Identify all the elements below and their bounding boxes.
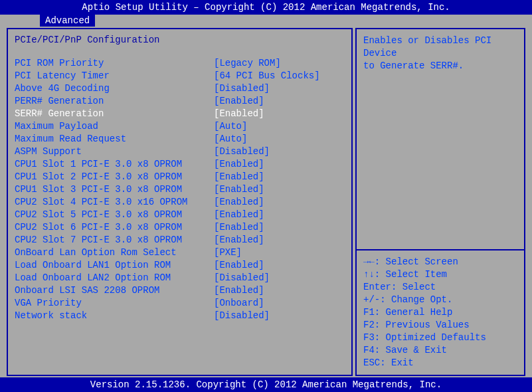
setting-row[interactable]: CPU1 Slot 1 PCI-E 3.0 x8 OPROM[Enabled] [15, 158, 345, 171]
setting-label: SERR# Generation [15, 108, 214, 120]
section-title: PCIe/PCI/PnP Configuration [15, 35, 345, 45]
setting-row[interactable]: Maximum Payload[Auto] [15, 120, 345, 133]
setting-row[interactable]: SERR# Generation[Enabled] [15, 108, 345, 120]
setting-label: CPU2 Slot 7 PCI-E 3.0 x8 OPROM [15, 234, 214, 246]
setting-value[interactable]: [Enabled] [214, 234, 264, 246]
setting-row[interactable]: VGA Priority[Onboard] [15, 297, 345, 310]
settings-list: PCI ROM Priority[Legacy ROM]PCI Latency … [15, 57, 345, 322]
setting-row[interactable]: PCI ROM Priority[Legacy ROM] [15, 57, 345, 70]
setting-row[interactable]: Maximum Read Request[Auto] [15, 133, 345, 146]
setting-label: CPU1 Slot 3 PCI-E 3.0 x8 OPROM [15, 183, 214, 196]
help-text-line2: to Generate SERR#. [363, 60, 517, 72]
key-exit: ESC: Exit [363, 357, 517, 369]
setting-label: CPU2 Slot 6 PCI-E 3.0 x8 OPROM [15, 221, 214, 234]
setting-value[interactable]: [Enabled] [214, 95, 264, 108]
setting-label: CPU1 Slot 1 PCI-E 3.0 x8 OPROM [15, 158, 214, 171]
setting-label: Maximum Payload [15, 120, 214, 133]
setting-row[interactable]: CPU1 Slot 3 PCI-E 3.0 x8 OPROM[Enabled] [15, 183, 345, 196]
setting-value[interactable]: [Enabled] [214, 259, 264, 272]
key-select-item: ↑↓: Select Item [363, 268, 517, 281]
setting-value[interactable]: [Disabled] [214, 82, 270, 95]
key-change-opt: +/-: Change Opt. [363, 294, 517, 306]
setting-row[interactable]: PERR# Generation[Enabled] [15, 95, 345, 108]
setting-row[interactable]: PCI Latency Timer[64 PCI Bus Clocks] [15, 70, 345, 82]
key-select-screen: →←: Select Screen [363, 256, 517, 268]
setting-value[interactable]: [Legacy ROM] [214, 57, 281, 70]
help-text-line1: Enables or Disables PCI Device [363, 35, 517, 60]
setting-value[interactable]: [64 PCI Bus Clocks] [214, 70, 320, 82]
setting-label: Load Onboard LAN2 Option ROM [15, 272, 214, 284]
setting-label: Onboard LSI SAS 2208 OPROM [15, 284, 214, 297]
setting-label: CPU2 Slot 5 PCI-E 3.0 x8 OPROM [15, 209, 214, 221]
setting-label: PCI ROM Priority [15, 57, 214, 70]
setting-value[interactable]: [Enabled] [214, 284, 264, 297]
help-panel: Enables or Disables PCI Device to Genera… [355, 28, 525, 376]
settings-panel: PCIe/PCI/PnP Configuration PCI ROM Prior… [7, 28, 353, 376]
setting-label: PERR# Generation [15, 95, 214, 108]
key-previous-values: F2: Previous Values [363, 319, 517, 332]
setting-value[interactable]: [Onboard] [214, 297, 264, 310]
setting-value[interactable]: [Enabled] [214, 158, 264, 171]
key-general-help: F1: General Help [363, 306, 517, 319]
setting-value[interactable]: [Disabled] [214, 310, 270, 322]
setting-row[interactable]: ASPM Support[Disabled] [15, 146, 345, 158]
setting-value[interactable]: [Enabled] [214, 171, 264, 183]
setting-label: VGA Priority [15, 297, 214, 310]
header-bar: Aptio Setup Utility – Copyright (C) 2012… [0, 0, 532, 15]
setting-row[interactable]: Network stack[Disabled] [15, 310, 345, 322]
setting-value[interactable]: [Enabled] [214, 183, 264, 196]
key-optimized-defaults: F3: Optimized Defaults [363, 332, 517, 344]
setting-row[interactable]: CPU2 Slot 6 PCI-E 3.0 x8 OPROM[Enabled] [15, 221, 345, 234]
setting-label: PCI Latency Timer [15, 70, 214, 82]
setting-label: Load Onboard LAN1 Option ROM [15, 259, 214, 272]
setting-row[interactable]: CPU1 Slot 2 PCI-E 3.0 x8 OPROM[Enabled] [15, 171, 345, 183]
setting-value[interactable]: [Auto] [214, 120, 247, 133]
setting-label: Above 4G Decoding [15, 82, 214, 95]
setting-label: CPU2 Slot 4 PCI-E 3.0 x16 OPROM [15, 196, 214, 209]
setting-label: CPU1 Slot 2 PCI-E 3.0 x8 OPROM [15, 171, 214, 183]
footer-bar: Version 2.15.1236. Copyright (C) 2012 Am… [0, 377, 532, 392]
setting-value[interactable]: [Auto] [214, 133, 247, 146]
setting-row[interactable]: OnBoard Lan Option Rom Select[PXE] [15, 246, 345, 259]
key-enter: Enter: Select [363, 281, 517, 294]
setting-row[interactable]: Load Onboard LAN2 Option ROM[Disabled] [15, 272, 345, 284]
setting-row[interactable]: Load Onboard LAN1 Option ROM[Enabled] [15, 259, 345, 272]
setting-value[interactable]: [Disabled] [214, 146, 270, 158]
setting-row[interactable]: Above 4G Decoding[Disabled] [15, 82, 345, 95]
setting-row[interactable]: Onboard LSI SAS 2208 OPROM[Enabled] [15, 284, 345, 297]
setting-label: OnBoard Lan Option Rom Select [15, 246, 214, 259]
setting-label: ASPM Support [15, 146, 214, 158]
footer-text: Version 2.15.1236. Copyright (C) 2012 Am… [90, 379, 442, 390]
divider [357, 249, 524, 250]
setting-row[interactable]: CPU2 Slot 4 PCI-E 3.0 x16 OPROM[Enabled] [15, 196, 345, 209]
setting-value[interactable]: [Enabled] [214, 108, 264, 120]
tab-advanced[interactable]: Advanced [40, 15, 95, 27]
setting-row[interactable]: CPU2 Slot 5 PCI-E 3.0 x8 OPROM[Enabled] [15, 209, 345, 221]
tab-bar: Advanced [0, 15, 532, 28]
setting-value[interactable]: [Enabled] [214, 221, 264, 234]
setting-value[interactable]: [PXE] [214, 246, 242, 259]
setting-label: Network stack [15, 310, 214, 322]
setting-value[interactable]: [Disabled] [214, 272, 270, 284]
setting-value[interactable]: [Enabled] [214, 209, 264, 221]
setting-row[interactable]: CPU2 Slot 7 PCI-E 3.0 x8 OPROM[Enabled] [15, 234, 345, 246]
key-save-exit: F4: Save & Exit [363, 344, 517, 357]
setting-label: Maximum Read Request [15, 133, 214, 146]
setting-value[interactable]: [Enabled] [214, 196, 264, 209]
keyboard-help: →←: Select Screen ↑↓: Select Item Enter:… [363, 244, 517, 369]
main-area: PCIe/PCI/PnP Configuration PCI ROM Prior… [7, 28, 525, 376]
header-title: Aptio Setup Utility – Copyright (C) 2012… [82, 2, 450, 13]
